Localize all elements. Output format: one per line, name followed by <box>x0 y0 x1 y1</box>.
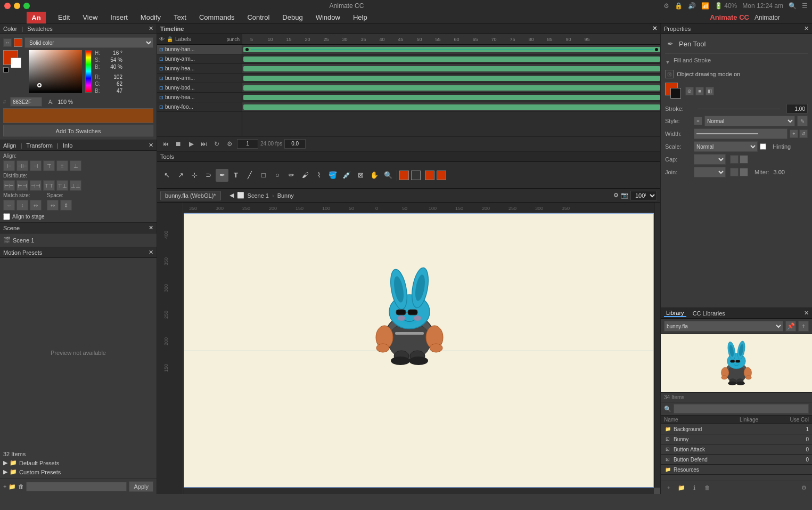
timeline-close[interactable]: ✕ <box>652 25 657 32</box>
menu-help[interactable]: Help <box>351 13 370 21</box>
layer-label[interactable]: Bunny <box>277 192 294 199</box>
window-controls[interactable] <box>4 3 30 9</box>
current-frame-field[interactable] <box>237 139 258 149</box>
motion-search-input[interactable] <box>26 482 127 491</box>
hinting-checkbox[interactable] <box>760 143 766 150</box>
match-both[interactable]: ⇔ <box>30 200 42 211</box>
lib-delete-icon[interactable]: 🗑 <box>702 483 712 492</box>
distribute-right[interactable]: ⊣⊣ <box>30 180 42 191</box>
default-colors-icon[interactable] <box>3 67 9 72</box>
stage-file-tab[interactable]: bunny.fla (WebGL)* <box>160 191 221 200</box>
lib-folder-icon[interactable]: 📁 <box>677 483 686 492</box>
scene-label[interactable]: Scene 1 <box>248 192 269 199</box>
color-mode-dropdown[interactable]: Solid color <box>24 37 153 48</box>
hue-slider[interactable] <box>85 50 92 93</box>
library-new-button[interactable]: + <box>798 321 809 331</box>
distribute-bottom[interactable]: ⊥⊥ <box>70 180 81 191</box>
apply-button[interactable]: Apply <box>129 481 153 492</box>
width-add-button[interactable]: + <box>790 129 798 138</box>
stage-canvas-wrapper[interactable]: 350 300 250 200 150 100 50 0 50 100 150 … <box>157 203 660 494</box>
free-transform-tool[interactable]: ⊹ <box>188 169 201 182</box>
custom-presets-item[interactable]: ▶ 📁 Custom Presets <box>2 467 154 476</box>
fill-icon[interactable] <box>14 38 22 47</box>
workspace-dropdown[interactable]: Animator <box>754 14 780 21</box>
cap-icon1[interactable] <box>730 155 739 164</box>
library-item-1[interactable]: ⊡ Bunny 0 <box>661 434 812 444</box>
swatches-tab[interactable]: Swatches <box>27 26 53 32</box>
color-gradient-picker[interactable] <box>29 50 82 93</box>
transform-tab[interactable]: Transform <box>26 142 53 149</box>
style-dropdown[interactable]: Normal <box>704 116 795 126</box>
step-forward-button[interactable]: ⏭ <box>199 139 209 149</box>
bone-tool[interactable]: ⌇ <box>313 169 325 182</box>
menu-view[interactable]: View <box>80 13 100 21</box>
frame-track-5[interactable] <box>242 93 660 102</box>
play-forward-button[interactable]: ▶ <box>186 139 196 149</box>
timeline-layer-0[interactable]: ⊡ bunny-han... <box>157 45 242 54</box>
menu-debug[interactable]: Debug <box>280 13 305 21</box>
info-tab[interactable]: Info <box>63 142 72 149</box>
width-remove-button[interactable]: ↺ <box>799 129 808 138</box>
cc-libraries-tab[interactable]: CC Libraries <box>691 310 727 317</box>
join-dropdown[interactable] <box>694 167 726 177</box>
cap-icon2[interactable] <box>740 155 748 164</box>
close-button[interactable] <box>4 3 11 9</box>
lib-settings-icon[interactable]: ⚙ <box>799 483 809 492</box>
library-pin-button[interactable]: 📌 <box>785 321 796 331</box>
eyedropper-tool[interactable]: 💉 <box>340 169 353 182</box>
color-tab[interactable]: Color <box>3 26 17 32</box>
space-vertical[interactable]: ⇕ <box>60 200 72 211</box>
frame-track-1[interactable] <box>242 54 660 64</box>
align-top-button[interactable]: ⊤ <box>43 160 55 171</box>
distribute-left[interactable]: ⊢⊢ <box>3 180 15 191</box>
panel-close-icon[interactable]: ✕ <box>149 25 153 32</box>
props-close[interactable]: ✕ <box>804 25 809 32</box>
list-icon[interactable]: ☰ <box>802 2 808 10</box>
align-center-h-button[interactable]: ⊣⊢ <box>17 160 28 171</box>
back-arrow[interactable]: ◀ <box>229 192 234 199</box>
solid-color-icon[interactable]: ■ <box>695 87 704 95</box>
frame-track-0[interactable] <box>242 45 660 54</box>
scale-dropdown[interactable]: Normal <box>694 141 758 152</box>
subselection-tool[interactable]: ↗ <box>174 169 187 182</box>
minimize-button[interactable] <box>14 3 20 9</box>
style-icon1[interactable]: ≡ <box>694 117 702 125</box>
stop-button[interactable]: ⏹ <box>173 139 184 149</box>
pen-tool[interactable]: ✒ <box>216 169 228 182</box>
library-item-2[interactable]: ⊡ Button Attack 0 <box>661 444 812 455</box>
menu-text[interactable]: Text <box>171 13 188 21</box>
frame-track-6[interactable] <box>242 102 660 112</box>
motion-delete-icon[interactable]: 🗑 <box>18 483 24 490</box>
default-presets-item[interactable]: ▶ 📁 Default Presets <box>2 458 154 467</box>
menu-modify[interactable]: Modify <box>138 13 163 21</box>
library-close[interactable]: ✕ <box>804 310 809 317</box>
menu-edit[interactable]: Edit <box>56 13 72 21</box>
settings-button[interactable]: ⚙ <box>224 139 235 149</box>
fill-chip[interactable] <box>670 88 681 99</box>
gradient-icon[interactable]: ◧ <box>706 87 714 95</box>
brush-tool[interactable]: 🖌 <box>299 169 311 182</box>
rectangle-tool[interactable]: □ <box>257 169 270 182</box>
lib-new-icon[interactable]: + <box>664 483 674 492</box>
zoom-tool[interactable]: 🔍 <box>382 169 395 182</box>
align-panel-close[interactable]: ✕ <box>149 142 153 149</box>
distribute-center-h[interactable]: ⊢⊣ <box>17 180 28 191</box>
distribute-top[interactable]: ⊤⊤ <box>43 180 55 191</box>
distribute-center-v[interactable]: ⊤⊥ <box>56 180 68 191</box>
maximize-button[interactable] <box>23 3 30 9</box>
space-horizontal[interactable]: ⇔ <box>47 200 59 211</box>
library-item-3[interactable]: ⊡ Button Defend 0 <box>661 455 812 465</box>
frame-track-4[interactable] <box>242 83 660 93</box>
align-tab[interactable]: Align <box>3 142 16 149</box>
cap-dropdown[interactable] <box>694 154 726 165</box>
frame-track-2[interactable] <box>242 64 660 74</box>
lasso-tool[interactable]: ⊃ <box>202 169 215 182</box>
play-button[interactable]: ⏮ <box>160 139 171 149</box>
hex-input[interactable] <box>10 97 42 107</box>
line-tool[interactable]: ╱ <box>243 169 256 182</box>
fill-color-chip[interactable] <box>411 171 421 180</box>
timeline-layer-5[interactable]: ⊡ bunny-hea... <box>157 93 242 102</box>
hand-tool[interactable]: ✋ <box>368 169 381 182</box>
menu-control[interactable]: Control <box>245 13 272 21</box>
join-icon1[interactable] <box>730 168 739 176</box>
